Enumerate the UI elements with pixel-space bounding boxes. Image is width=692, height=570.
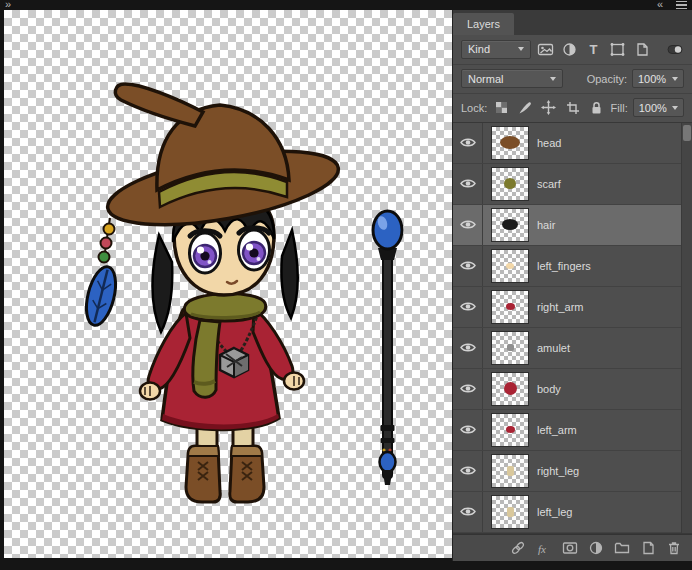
eye-icon [460,342,476,353]
layer-row[interactable]: right_arm [453,287,681,328]
panel-tab-bar: Layers [453,10,692,35]
collapse-panel-icon[interactable]: « [657,0,662,9]
layer-name: left_fingers [537,260,591,272]
new-group-icon[interactable] [612,539,632,557]
adjustment-layer-filter-icon[interactable] [560,40,579,59]
new-adjustment-layer-icon[interactable] [586,539,606,557]
layer-thumbnail-sprite [502,219,518,230]
application-window: » « [0,0,692,570]
layer-thumbnail-sprite [506,303,515,310]
fill-value: 100% [639,102,667,114]
layer-thumbnail-sprite [507,466,514,476]
layer-thumbnail[interactable] [492,455,528,487]
layer-thumbnail[interactable] [492,291,528,323]
layer-thumbnail-sprite [506,426,515,433]
layer-name: left_arm [537,424,577,436]
layer-row[interactable]: left_fingers [453,246,681,287]
eye-icon [460,424,476,435]
lock-position-icon[interactable] [540,98,559,117]
layers-list: head scarf hair [453,123,681,533]
lock-label: Lock: [461,102,487,114]
layer-thumbnail-sprite [507,344,514,351]
layer-name: amulet [537,342,570,354]
layer-thumbnail[interactable] [492,250,528,282]
lock-all-icon[interactable] [587,98,606,117]
lock-pixels-icon[interactable] [516,98,535,117]
expand-tools-icon[interactable]: » [5,0,10,9]
link-layers-icon[interactable] [508,539,528,557]
blend-mode-bar: Normal Opacity: 100% [453,65,692,94]
layer-thumbnail[interactable] [492,168,528,200]
layer-thumbnail[interactable] [492,332,528,364]
layer-thumbnail-sprite [504,382,517,395]
layer-visibility-toggle[interactable] [453,164,483,204]
layer-thumbnail[interactable] [492,209,528,241]
tab-layers[interactable]: Layers [453,13,514,35]
scrollbar-thumb[interactable] [683,125,691,141]
canvas-frame [0,10,452,561]
layer-visibility-toggle[interactable] [453,328,483,368]
chevron-down-icon [672,106,678,110]
layer-row[interactable]: right_leg [453,451,681,492]
kind-filter-dropdown[interactable]: Kind [461,40,531,59]
opacity-value: 100% [638,73,666,85]
pixel-layer-filter-icon[interactable] [536,40,555,59]
layer-thumbnail-sprite [500,136,520,149]
fill-input[interactable]: 100% [633,98,684,117]
layer-name: head [537,137,561,149]
layer-row[interactable]: amulet [453,328,681,369]
layer-visibility-toggle[interactable] [453,123,483,163]
add-layer-mask-icon[interactable] [560,539,580,557]
layer-visibility-toggle[interactable] [453,451,483,491]
smart-object-filter-icon[interactable] [632,40,651,59]
layer-name: scarf [537,178,561,190]
type-layer-filter-icon[interactable]: T [584,40,603,59]
layer-thumbnail[interactable] [492,373,528,405]
shape-layer-filter-icon[interactable] [608,40,627,59]
blend-mode-value: Normal [468,73,503,85]
layer-filter-bar: Kind T [453,35,692,65]
layer-row[interactable]: hair [453,205,681,246]
lock-artboard-icon[interactable] [563,98,582,117]
layer-row[interactable]: scarf [453,164,681,205]
layer-visibility-toggle[interactable] [453,369,483,409]
lock-transparency-icon[interactable] [492,98,511,117]
layers-scrollbar[interactable] [681,123,692,533]
layer-visibility-toggle[interactable] [453,246,483,286]
eye-icon [460,465,476,476]
layer-visibility-toggle[interactable] [453,410,483,450]
layer-name: left_leg [537,506,572,518]
layer-style-icon[interactable]: fx [534,539,554,557]
chevron-down-icon [550,77,556,81]
layer-thumbnail[interactable] [492,127,528,159]
layer-visibility-toggle[interactable] [453,205,483,245]
eye-icon [460,260,476,271]
layer-row[interactable]: head [453,123,681,164]
layer-name: body [537,383,561,395]
blend-mode-dropdown[interactable]: Normal [461,69,563,88]
layer-row[interactable]: body [453,369,681,410]
layer-filter-toggle-icon[interactable] [665,40,684,59]
new-layer-icon[interactable] [638,539,658,557]
opacity-input[interactable]: 100% [632,69,684,88]
artwork-character [81,84,343,502]
layers-list-area: head scarf hair [453,123,692,534]
layer-row[interactable]: left_leg [453,492,681,533]
chevron-down-icon [518,47,524,51]
layer-thumbnail[interactable] [492,496,528,528]
panel-menu-icon[interactable] [676,1,687,10]
chevron-down-icon [672,77,678,81]
delete-layer-icon[interactable] [664,539,684,557]
lock-bar: Lock: Fill: 100% [453,94,692,123]
eye-icon [460,383,476,394]
eye-icon [460,301,476,312]
layer-row[interactable]: left_arm [453,410,681,451]
layer-thumbnail[interactable] [492,414,528,446]
character-artwork [4,10,452,560]
layer-visibility-toggle[interactable] [453,492,483,532]
app-top-bar: » « [0,0,692,10]
document-canvas[interactable] [4,10,452,558]
layer-thumbnail-sprite [507,507,514,517]
layer-visibility-toggle[interactable] [453,287,483,327]
eye-icon [460,506,476,517]
